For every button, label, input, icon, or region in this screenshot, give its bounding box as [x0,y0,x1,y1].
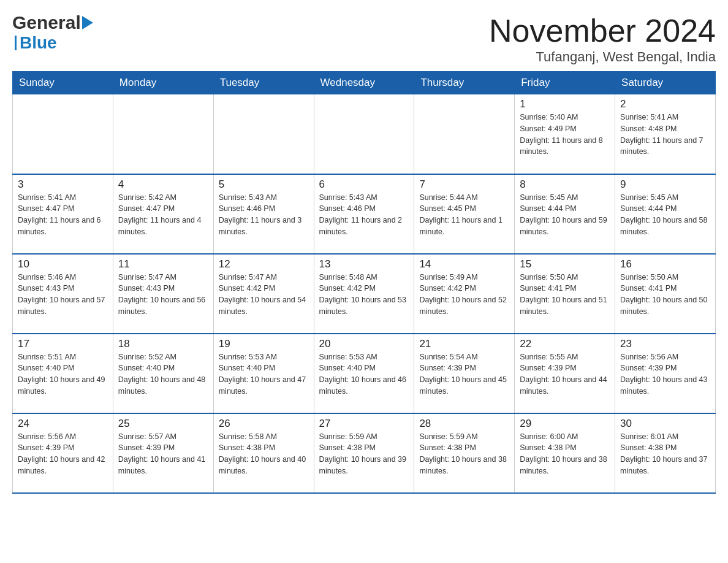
calendar-cell: 16Sunrise: 5:50 AMSunset: 4:41 PMDayligh… [615,254,716,334]
calendar-cell: 8Sunrise: 5:45 AMSunset: 4:44 PMDaylight… [515,174,615,254]
calendar-cell: 14Sunrise: 5:49 AMSunset: 4:42 PMDayligh… [414,254,515,334]
calendar-cell: 20Sunrise: 5:53 AMSunset: 4:40 PMDayligh… [314,334,414,413]
day-info: Sunrise: 5:45 AMSunset: 4:44 PMDaylight:… [520,192,610,238]
day-number: 21 [419,338,509,350]
day-number: 13 [319,258,409,270]
logo-blue-word: Blue [20,33,57,53]
day-number: 11 [118,258,208,270]
day-number: 24 [18,418,108,430]
calendar-cell: 10Sunrise: 5:46 AMSunset: 4:43 PMDayligh… [13,254,113,334]
calendar-cell: 28Sunrise: 5:59 AMSunset: 4:38 PMDayligh… [414,413,515,493]
day-info: Sunrise: 5:50 AMSunset: 4:41 PMDaylight:… [520,272,610,318]
calendar-cell [13,94,113,174]
week-row-5: 24Sunrise: 5:56 AMSunset: 4:39 PMDayligh… [13,413,716,493]
calendar-cell: 1Sunrise: 5:40 AMSunset: 4:49 PMDaylight… [515,94,615,174]
day-number: 3 [18,178,108,191]
day-info: Sunrise: 5:55 AMSunset: 4:39 PMDaylight:… [520,351,610,397]
day-number: 14 [419,258,509,270]
day-info: Sunrise: 6:01 AMSunset: 4:38 PMDaylight:… [620,431,710,477]
day-number: 10 [18,258,108,270]
col-header-thursday: Thursday [414,72,515,94]
calendar-cell: 13Sunrise: 5:48 AMSunset: 4:42 PMDayligh… [314,254,414,334]
col-header-tuesday: Tuesday [213,72,314,94]
calendar-title: November 2024 [489,12,716,49]
day-number: 27 [319,418,409,430]
day-info: Sunrise: 5:56 AMSunset: 4:39 PMDaylight:… [18,431,108,477]
calendar-cell: 3Sunrise: 5:41 AMSunset: 4:47 PMDaylight… [13,174,113,254]
day-number: 23 [620,338,710,350]
day-info: Sunrise: 5:48 AMSunset: 4:42 PMDaylight:… [319,272,409,318]
calendar-cell [113,94,213,174]
calendar-cell: 23Sunrise: 5:56 AMSunset: 4:39 PMDayligh… [615,334,716,413]
day-info: Sunrise: 5:47 AMSunset: 4:43 PMDaylight:… [118,272,208,318]
calendar-cell: 12Sunrise: 5:47 AMSunset: 4:42 PMDayligh… [213,254,314,334]
day-number: 17 [18,338,108,350]
week-row-1: 1Sunrise: 5:40 AMSunset: 4:49 PMDaylight… [13,94,716,174]
day-info: Sunrise: 5:40 AMSunset: 4:49 PMDaylight:… [520,112,610,158]
calendar-subtitle: Tufanganj, West Bengal, India [489,49,716,65]
logo-row2: Blue [12,33,93,53]
logo-arrow-icon [82,16,93,29]
day-number: 19 [219,338,309,350]
day-info: Sunrise: 5:43 AMSunset: 4:46 PMDaylight:… [219,192,309,238]
day-info: Sunrise: 5:59 AMSunset: 4:38 PMDaylight:… [319,431,409,477]
calendar-cell: 27Sunrise: 5:59 AMSunset: 4:38 PMDayligh… [314,413,414,493]
day-number: 26 [219,418,309,430]
calendar-cell: 22Sunrise: 5:55 AMSunset: 4:39 PMDayligh… [515,334,615,413]
day-info: Sunrise: 5:57 AMSunset: 4:39 PMDaylight:… [118,431,208,477]
calendar-cell: 21Sunrise: 5:54 AMSunset: 4:39 PMDayligh… [414,334,515,413]
day-number: 16 [620,258,710,270]
day-info: Sunrise: 5:43 AMSunset: 4:46 PMDaylight:… [319,192,409,238]
calendar-header-row: SundayMondayTuesdayWednesdayThursdayFrid… [13,72,716,94]
day-number: 5 [219,178,309,191]
calendar-cell [314,94,414,174]
day-info: Sunrise: 5:52 AMSunset: 4:40 PMDaylight:… [118,351,208,397]
day-number: 8 [520,178,610,191]
logo-blue-bar [15,36,17,50]
calendar-cell: 19Sunrise: 5:53 AMSunset: 4:40 PMDayligh… [213,334,314,413]
calendar-cell: 29Sunrise: 6:00 AMSunset: 4:38 PMDayligh… [515,413,615,493]
day-info: Sunrise: 5:41 AMSunset: 4:47 PMDaylight:… [18,192,108,238]
header-area: General Blue November 2024 Tufanganj, We… [12,12,716,65]
calendar-cell: 11Sunrise: 5:47 AMSunset: 4:43 PMDayligh… [113,254,213,334]
calendar-cell: 7Sunrise: 5:44 AMSunset: 4:45 PMDaylight… [414,174,515,254]
calendar-cell: 4Sunrise: 5:42 AMSunset: 4:47 PMDaylight… [113,174,213,254]
calendar-cell: 9Sunrise: 5:45 AMSunset: 4:44 PMDaylight… [615,174,716,254]
calendar-cell: 17Sunrise: 5:51 AMSunset: 4:40 PMDayligh… [13,334,113,413]
day-info: Sunrise: 5:56 AMSunset: 4:39 PMDaylight:… [620,351,710,397]
calendar-cell [414,94,515,174]
day-info: Sunrise: 5:41 AMSunset: 4:48 PMDaylight:… [620,112,710,158]
day-number: 25 [118,418,208,430]
calendar-cell: 18Sunrise: 5:52 AMSunset: 4:40 PMDayligh… [113,334,213,413]
logo: General Blue [12,12,93,53]
day-number: 2 [620,98,710,110]
calendar-cell: 26Sunrise: 5:58 AMSunset: 4:38 PMDayligh… [213,413,314,493]
col-header-monday: Monday [113,72,213,94]
title-area: November 2024 Tufanganj, West Bengal, In… [489,12,716,65]
day-number: 6 [319,178,409,191]
day-info: Sunrise: 5:45 AMSunset: 4:44 PMDaylight:… [620,192,710,238]
day-info: Sunrise: 5:59 AMSunset: 4:38 PMDaylight:… [419,431,509,477]
col-header-wednesday: Wednesday [314,72,414,94]
day-info: Sunrise: 5:47 AMSunset: 4:42 PMDaylight:… [219,272,309,318]
day-number: 22 [520,338,610,350]
day-info: Sunrise: 5:46 AMSunset: 4:43 PMDaylight:… [18,272,108,318]
calendar-cell: 6Sunrise: 5:43 AMSunset: 4:46 PMDaylight… [314,174,414,254]
day-number: 4 [118,178,208,191]
logo-row1: General [12,12,93,33]
week-row-2: 3Sunrise: 5:41 AMSunset: 4:47 PMDaylight… [13,174,716,254]
day-number: 7 [419,178,509,191]
day-number: 29 [520,418,610,430]
day-info: Sunrise: 5:44 AMSunset: 4:45 PMDaylight:… [419,192,509,238]
calendar-cell: 25Sunrise: 5:57 AMSunset: 4:39 PMDayligh… [113,413,213,493]
logo-general-text: General [12,12,81,33]
day-info: Sunrise: 5:50 AMSunset: 4:41 PMDaylight:… [620,272,710,318]
calendar-cell: 30Sunrise: 6:01 AMSunset: 4:38 PMDayligh… [615,413,716,493]
day-number: 12 [219,258,309,270]
col-header-sunday: Sunday [13,72,113,94]
day-number: 1 [520,98,610,110]
calendar-table: SundayMondayTuesdayWednesdayThursdayFrid… [12,71,716,494]
day-info: Sunrise: 5:51 AMSunset: 4:40 PMDaylight:… [18,351,108,397]
calendar-cell: 5Sunrise: 5:43 AMSunset: 4:46 PMDaylight… [213,174,314,254]
col-header-friday: Friday [515,72,615,94]
